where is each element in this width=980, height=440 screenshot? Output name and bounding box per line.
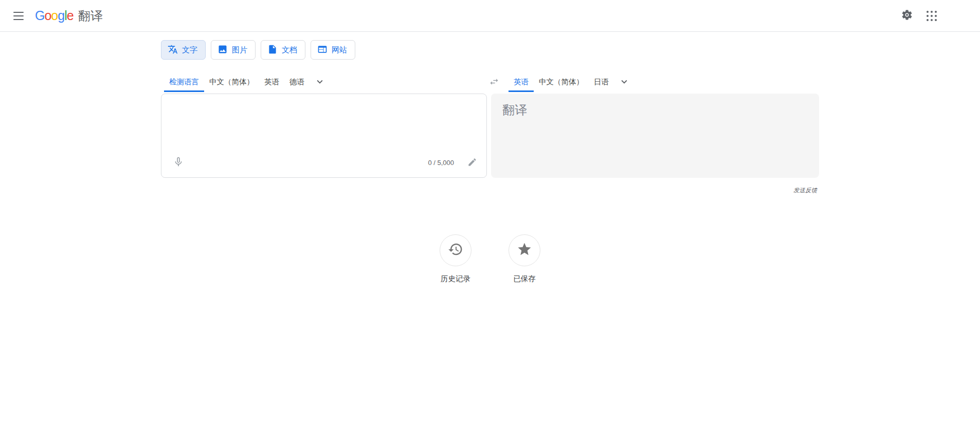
shortcuts: 历史记录 已保存: [161, 234, 819, 284]
target-language-tabs: 英语 中文（简体） 日语: [491, 73, 819, 92]
send-feedback-link[interactable]: 发送反馈: [793, 187, 817, 193]
swap-arrows-icon: [489, 77, 499, 88]
main-menu-button[interactable]: [6, 4, 31, 28]
source-toolbar: 0 / 5,000: [161, 151, 486, 177]
google-apps-button[interactable]: [919, 4, 944, 28]
chevron-down-icon: [314, 76, 325, 89]
logo-letter: G: [35, 8, 44, 23]
logo-letter: g: [58, 8, 64, 23]
pencil-icon: [467, 157, 477, 169]
saved-label: 已保存: [513, 274, 536, 284]
tab-label: 文字: [182, 45, 197, 55]
logo-letter: o: [51, 8, 58, 23]
tab-label: 文档: [282, 45, 297, 55]
target-lang-chinese-simplified[interactable]: 中文（简体）: [534, 73, 589, 92]
source-text-input[interactable]: [161, 94, 486, 151]
tab-image[interactable]: 图片: [211, 40, 256, 60]
google-translate-logo[interactable]: Google 翻译: [35, 8, 103, 24]
product-name: 翻译: [78, 8, 103, 24]
app-header: Google 翻译: [0, 0, 980, 32]
apps-grid-icon: [927, 11, 937, 21]
translate-main: 文字 图片 文档 网站 检测语言 中文（简体） 英语 德语: [161, 40, 819, 284]
swap-languages-button[interactable]: [484, 74, 504, 91]
source-language-tabs: 检测语言 中文（简体） 英语 德语: [161, 73, 487, 92]
source-lang-german[interactable]: 德语: [284, 73, 310, 92]
translate-icon: [168, 44, 178, 56]
tab-documents[interactable]: 文档: [261, 40, 305, 60]
source-lang-english[interactable]: 英语: [259, 73, 284, 92]
tab-text[interactable]: 文字: [161, 40, 206, 60]
document-icon: [267, 44, 278, 56]
history-button[interactable]: 历史记录: [440, 234, 471, 284]
source-pane: 0 / 5,000: [161, 94, 487, 178]
history-label: 历史记录: [441, 274, 470, 284]
tab-websites[interactable]: 网站: [311, 40, 355, 60]
logo-letter: o: [44, 8, 51, 23]
character-counter: 0 / 5,000: [428, 159, 454, 167]
source-more-languages-button[interactable]: [310, 73, 330, 92]
mode-tabs: 文字 图片 文档 网站: [161, 40, 819, 60]
image-icon: [217, 44, 228, 56]
handwriting-input-button[interactable]: [465, 155, 479, 171]
tab-label: 图片: [232, 45, 247, 55]
source-lang-detect[interactable]: 检测语言: [164, 73, 204, 92]
logo-letter: e: [67, 8, 74, 23]
hamburger-icon: [13, 12, 24, 20]
chevron-down-icon: [619, 76, 630, 89]
target-pane: 翻译: [491, 94, 819, 178]
translation-panes: 0 / 5,000 翻译 发送反馈: [161, 94, 819, 194]
saved-button[interactable]: 已保存: [509, 234, 540, 284]
star-icon: [517, 242, 532, 259]
source-lang-chinese-simplified[interactable]: 中文（简体）: [204, 73, 259, 92]
target-lang-english[interactable]: 英语: [509, 73, 534, 92]
target-more-languages-button[interactable]: [614, 73, 634, 92]
history-icon: [448, 242, 463, 259]
settings-button[interactable]: [895, 4, 919, 28]
gear-icon: [901, 9, 913, 23]
voice-input-button[interactable]: [171, 154, 186, 171]
microphone-icon: [173, 156, 184, 169]
language-bar: 检测语言 中文（简体） 英语 德语 英语 中文（简体） 日语: [161, 73, 819, 92]
feedback-row: 发送反馈: [491, 182, 819, 194]
translation-placeholder: 翻译: [502, 103, 527, 117]
website-icon: [317, 44, 328, 56]
tab-label: 网站: [332, 45, 347, 55]
target-lang-japanese[interactable]: 日语: [589, 73, 614, 92]
